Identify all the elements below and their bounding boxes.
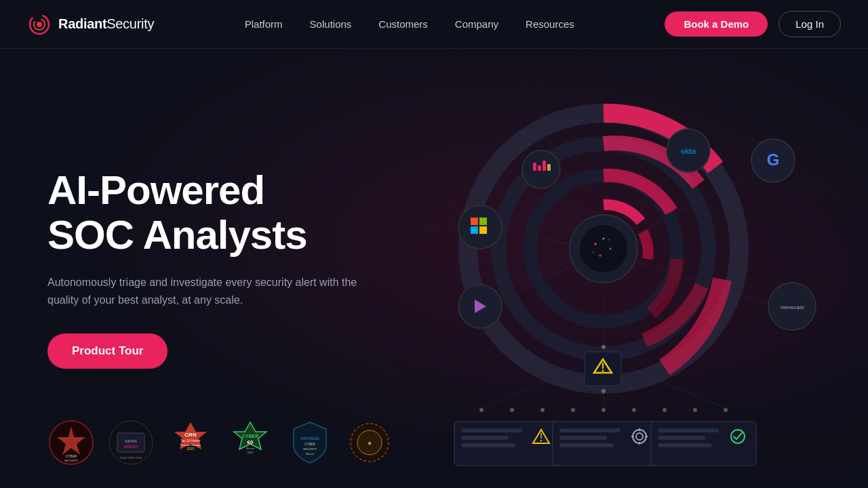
- svg-point-80: [571, 408, 575, 412]
- svg-text:CYBER: CYBER: [304, 443, 315, 446]
- svg-text:G: G: [767, 150, 780, 169]
- logo-icon: [27, 12, 52, 37]
- header-actions: Book a Demo Log In: [665, 11, 841, 37]
- svg-text:AWARDS: AWARDS: [123, 445, 138, 449]
- svg-rect-95: [559, 436, 607, 440]
- svg-point-49: [610, 248, 612, 250]
- svg-rect-58: [471, 218, 478, 225]
- svg-text:okta: okta: [681, 147, 697, 155]
- svg-text:SECURITY: SECURITY: [303, 447, 317, 451]
- awards-badges: CYBER SECURITY INFRA AWARDS NOW OPEN 202…: [47, 419, 393, 466]
- badge-sc-award: CYBER SECURITY: [47, 419, 95, 466]
- svg-point-85: [724, 408, 728, 412]
- svg-point-81: [601, 408, 606, 412]
- badge-fortress: FORTRESS CYBER SECURITY Winner: [286, 419, 334, 466]
- svg-rect-59: [479, 218, 487, 225]
- svg-text:CRN: CRN: [184, 432, 197, 438]
- svg-rect-104: [658, 428, 719, 432]
- svg-rect-67: [542, 161, 546, 171]
- svg-text:Top 10 Hottest: Top 10 Hottest: [180, 439, 201, 443]
- site-header: RadiantSecurity Platform Solutions Custo…: [0, 0, 868, 49]
- product-tour-button[interactable]: Product Tour: [47, 333, 167, 369]
- svg-point-83: [663, 408, 667, 412]
- svg-point-51: [608, 239, 610, 241]
- svg-point-84: [693, 408, 697, 412]
- nav-company[interactable]: Company: [455, 18, 498, 30]
- svg-rect-60: [471, 226, 478, 234]
- badge-cyber60: CYBER 60 Winner 2023: [226, 419, 274, 466]
- svg-rect-65: [533, 163, 536, 171]
- svg-rect-94: [559, 428, 620, 432]
- svg-rect-61: [479, 226, 487, 234]
- svg-point-46: [580, 225, 627, 272]
- login-button[interactable]: Log In: [778, 11, 841, 37]
- svg-text:★: ★: [367, 440, 372, 447]
- svg-point-78: [510, 408, 514, 412]
- hero-section: AI-Powered SOC Analysts Autonomously tri…: [0, 49, 868, 488]
- nav-resources[interactable]: Resources: [526, 18, 574, 30]
- logo[interactable]: RadiantSecurity: [27, 12, 154, 37]
- svg-rect-105: [658, 436, 705, 440]
- svg-text:Winner: Winner: [306, 452, 315, 455]
- hero-title: AI-Powered SOC Analysts: [47, 168, 393, 258]
- svg-point-79: [540, 408, 545, 412]
- svg-text:CYBER: CYBER: [65, 454, 77, 458]
- svg-rect-87: [461, 428, 522, 432]
- svg-point-48: [603, 238, 605, 240]
- svg-text:Winner: Winner: [246, 447, 255, 450]
- svg-rect-89: [461, 443, 515, 447]
- svg-point-77: [479, 408, 484, 412]
- nav-solutions[interactable]: Solutions: [310, 18, 352, 30]
- badge-infra-awards: INFRA AWARDS NOW OPEN 2024: [107, 419, 155, 466]
- nav-platform[interactable]: Platform: [245, 18, 283, 30]
- svg-text:2023: 2023: [248, 451, 254, 454]
- svg-rect-68: [547, 164, 551, 171]
- badge-extra: ★: [346, 419, 393, 466]
- svg-point-52: [593, 251, 594, 253]
- svg-point-76: [601, 389, 606, 393]
- logo-text: RadiantSecurity: [58, 16, 154, 32]
- svg-rect-106: [658, 443, 712, 447]
- hero-visualization: okta G: [380, 49, 868, 488]
- svg-text:2023: 2023: [186, 447, 194, 451]
- viz-svg: okta G: [380, 49, 854, 469]
- svg-rect-66: [538, 165, 541, 171]
- svg-text:mimecast: mimecast: [781, 304, 804, 310]
- book-demo-button[interactable]: Book a Demo: [665, 12, 768, 37]
- svg-point-82: [632, 408, 636, 412]
- svg-text:SECURITY: SECURITY: [64, 459, 79, 462]
- svg-text:FORTRESS: FORTRESS: [300, 436, 319, 441]
- svg-rect-96: [559, 443, 614, 447]
- svg-point-47: [594, 243, 597, 245]
- svg-point-3: [37, 22, 42, 27]
- svg-text:60: 60: [248, 439, 254, 445]
- svg-text:INFRA: INFRA: [125, 439, 137, 443]
- svg-text:CYBER: CYBER: [242, 434, 259, 439]
- badge-crn: CRN Top 10 Hottest Security Startups 202…: [167, 419, 214, 466]
- svg-rect-88: [461, 436, 509, 440]
- svg-point-92: [540, 440, 542, 441]
- svg-point-74: [602, 370, 604, 372]
- svg-point-75: [601, 345, 606, 349]
- hero-subtitle: Autonomously triage and investigate ever…: [47, 274, 373, 308]
- nav-customers[interactable]: Customers: [378, 18, 428, 30]
- svg-point-50: [599, 254, 601, 257]
- main-nav: Platform Solutions Customers Company Res…: [245, 18, 574, 30]
- svg-text:NOW OPEN 2024: NOW OPEN 2024: [120, 456, 142, 460]
